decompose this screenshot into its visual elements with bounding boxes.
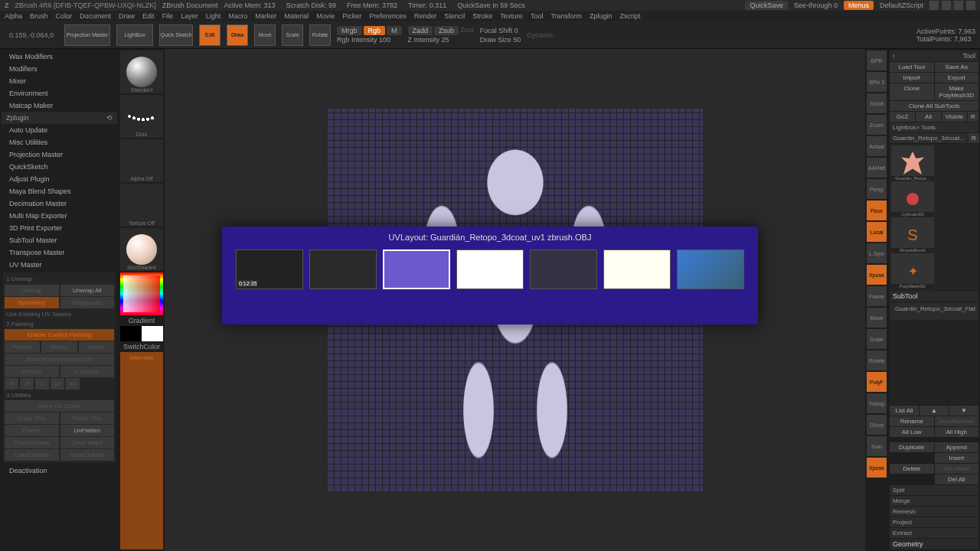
zcut-button[interactable]: Zcut bbox=[460, 26, 474, 35]
menu-preferences[interactable]: Preferences bbox=[369, 12, 407, 20]
subtool-list[interactable] bbox=[890, 321, 978, 405]
plugin-3d-print-exporter[interactable]: 3D Print Exporter bbox=[2, 222, 117, 234]
tool-thumb-simplebrush[interactable]: SSimpleBrush bbox=[891, 217, 934, 253]
attract-button[interactable]: Attract bbox=[41, 341, 77, 353]
lightbox-button[interactable]: LightBox bbox=[116, 24, 153, 46]
menu-light[interactable]: Light bbox=[206, 12, 221, 20]
protect-button[interactable]: Protect bbox=[5, 341, 40, 353]
clone-all-button[interactable]: Clone All SubTools bbox=[890, 101, 978, 111]
plugin-mixer[interactable]: Mixer bbox=[2, 75, 117, 87]
viewtool-persp[interactable]: Persp bbox=[867, 179, 887, 199]
deactivation-item[interactable]: Deactivation bbox=[2, 465, 117, 477]
delete-button[interactable]: Delete bbox=[890, 464, 934, 474]
seethrough-slider[interactable]: See-through 0 bbox=[794, 2, 838, 9]
savemap-button[interactable]: SaveCtrlMap bbox=[60, 449, 115, 461]
plugin-wax-modifiers[interactable]: Wax Modifiers bbox=[2, 51, 117, 63]
arrow-down[interactable]: ▼ bbox=[949, 406, 978, 416]
viewtool-zoom[interactable]: Zoom bbox=[867, 115, 887, 135]
plugin-uv-master[interactable]: UV Master bbox=[2, 259, 117, 271]
menu-tool[interactable]: Tool bbox=[531, 12, 544, 20]
viewtool-floor[interactable]: Floor bbox=[867, 201, 887, 220]
alllow-button[interactable]: All Low bbox=[890, 427, 934, 437]
alt-thumb-3[interactable] bbox=[383, 249, 450, 289]
plugin-maya-blend-shapes[interactable]: Maya Blend Shapes bbox=[2, 185, 117, 197]
menu-picker[interactable]: Picker bbox=[342, 12, 361, 20]
quicksave-button[interactable]: QuickSave bbox=[745, 1, 788, 10]
viewtool-ghost[interactable]: Ghost bbox=[867, 415, 887, 435]
rgb-button[interactable]: Rgb bbox=[364, 26, 386, 35]
density-x[interactable]: x density. bbox=[60, 366, 115, 377]
menu-draw[interactable]: Draw bbox=[119, 12, 135, 20]
alt-thumb-1[interactable]: 0:12:35 bbox=[236, 249, 303, 289]
focal-shift-slider[interactable]: Focal Shift 0 bbox=[480, 27, 521, 34]
plugin-environment[interactable]: Environment bbox=[2, 87, 117, 99]
menu-texture[interactable]: Texture bbox=[500, 12, 523, 20]
menu-stencil[interactable]: Stencil bbox=[444, 12, 465, 20]
lightbox-tools[interactable]: Lightbox> Tools bbox=[890, 122, 978, 132]
loadmap-button[interactable]: LoadCtrlMap bbox=[5, 449, 59, 461]
menu-macro[interactable]: Macro bbox=[228, 12, 247, 20]
remesh-section[interactable]: Remesh bbox=[890, 507, 978, 517]
menus-button[interactable]: Menus bbox=[844, 1, 874, 10]
duplicate-button[interactable]: Duplicate bbox=[890, 442, 934, 452]
plugin-transpose-master[interactable]: Transpose Master bbox=[2, 246, 117, 259]
texture-slot[interactable]: Texture Off bbox=[120, 184, 163, 227]
unflatten-button[interactable]: UnFlatten bbox=[60, 425, 115, 436]
z-intensity-slider[interactable]: Z Intensity 25 bbox=[408, 36, 474, 44]
alt-thumb-6[interactable] bbox=[603, 249, 671, 289]
plugin-adjust-plugin[interactable]: Adjust Plugin bbox=[2, 173, 117, 185]
plugin-decimation-master[interactable]: Decimation Master bbox=[2, 197, 117, 210]
viewtool-actual[interactable]: Actual bbox=[867, 136, 887, 156]
delother-button[interactable]: Del Other bbox=[935, 464, 979, 474]
symmetry-button[interactable]: Symmetry bbox=[5, 297, 59, 308]
listall-button[interactable]: List All bbox=[890, 406, 919, 416]
projection-master-button[interactable]: Projection Master bbox=[64, 24, 110, 46]
zadd-button[interactable]: Zadd bbox=[408, 26, 433, 35]
subtool-header[interactable]: SubTool bbox=[890, 291, 978, 302]
plugin-matcap-maker[interactable]: Matcap Maker bbox=[2, 99, 117, 112]
alt-thumb-4[interactable] bbox=[456, 249, 524, 289]
viewtool-solo[interactable]: Solo bbox=[867, 436, 887, 456]
make-polymesh-button[interactable]: Make PolyMesh3D bbox=[935, 83, 979, 100]
work-on-clone-button[interactable]: Work On Clone bbox=[5, 400, 114, 412]
menu-layer[interactable]: Layer bbox=[181, 12, 198, 20]
brush-standard[interactable]: Standard bbox=[120, 51, 163, 93]
save-as-button[interactable]: Save As bbox=[935, 62, 979, 72]
menu-material[interactable]: Material bbox=[284, 12, 309, 20]
plugin-projection-master[interactable]: Projection Master bbox=[2, 148, 117, 161]
menu-zplugin[interactable]: Zplugin bbox=[590, 12, 612, 20]
project-section[interactable]: Project bbox=[890, 517, 978, 527]
import-button[interactable]: Import bbox=[890, 73, 934, 83]
viewtool-xpose[interactable]: Xpose bbox=[867, 458, 887, 478]
viewtool-transp[interactable]: Transp bbox=[867, 393, 887, 413]
plugin-multi-map-exporter[interactable]: Multi Map Exporter bbox=[2, 210, 117, 222]
quicksketch-button[interactable]: Quick Sketch bbox=[159, 24, 193, 46]
viewtool-polyf[interactable]: PolyF bbox=[867, 372, 887, 392]
goz-r-button[interactable]: R bbox=[968, 112, 978, 122]
rename-button[interactable]: Rename bbox=[890, 416, 934, 426]
menu-render[interactable]: Render bbox=[414, 12, 437, 20]
tool-header[interactable]: ‹Tool bbox=[890, 51, 978, 61]
viewtool-scale[interactable]: Scale bbox=[867, 329, 887, 349]
enable-painting-button[interactable]: Enable Control Painting bbox=[5, 329, 114, 341]
zplugin-header[interactable]: Zplugin⟲ bbox=[2, 112, 117, 124]
color-swatches[interactable] bbox=[120, 326, 163, 341]
plugin-subtool-master[interactable]: SubTool Master bbox=[2, 234, 117, 246]
unwrap-button[interactable]: Unwrap bbox=[5, 285, 59, 296]
plugin-auto-update[interactable]: Auto Update bbox=[2, 124, 117, 136]
plugin-quicksketch[interactable]: QuickSketch bbox=[2, 161, 117, 173]
autoreorder-button[interactable]: AutoReorder bbox=[935, 416, 979, 426]
filename-r[interactable]: R bbox=[969, 133, 979, 143]
polygroups-button[interactable]: Polygroups bbox=[60, 297, 115, 308]
viewtool-frame[interactable]: Frame bbox=[867, 286, 887, 306]
plugin-misc-utilities[interactable]: Misc Utilities bbox=[2, 136, 117, 148]
menu-movie[interactable]: Movie bbox=[316, 12, 335, 20]
alt-thumb-5[interactable] bbox=[530, 249, 597, 289]
viewtool-xpose[interactable]: Xpose bbox=[867, 265, 887, 285]
arrow-up[interactable]: ▲ bbox=[920, 406, 949, 416]
filename-field[interactable]: Guardin_Retopo_3dcoat... bbox=[890, 133, 968, 143]
tool-thumb-polymesh[interactable]: ✦PolyMesh3D bbox=[891, 253, 934, 289]
merge-section[interactable]: Merge bbox=[890, 496, 978, 506]
attract-ambient-button[interactable]: AttractFromAmbientOccl bbox=[5, 354, 114, 365]
alpha-slot[interactable]: Alpha Off bbox=[120, 139, 163, 182]
